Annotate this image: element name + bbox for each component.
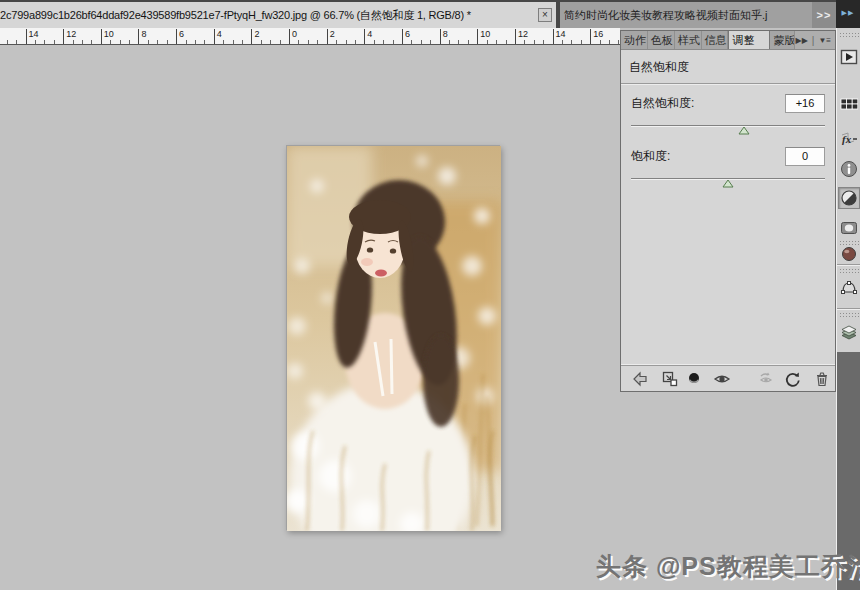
dock-grip[interactable] <box>839 312 859 317</box>
ruler-tick <box>157 40 158 44</box>
portrait-photo <box>287 146 501 531</box>
back-arrow-icon[interactable] <box>631 370 649 388</box>
tab-masks[interactable]: 蒙版 <box>770 31 795 49</box>
ruler-tick <box>7 40 8 44</box>
delete-trash-icon[interactable] <box>813 370 831 388</box>
ruler-tick <box>609 40 610 44</box>
vibrance-adjustment-body: 自然饱和度 自然饱和度: +16 饱和度: 0 <box>621 50 835 391</box>
watermark: 头条 @PS教程美工乔治 <box>596 550 860 583</box>
panel-icon-dock: fx <box>836 28 860 590</box>
photo-canvas[interactable] <box>286 145 500 530</box>
document-tab-bar: 2c799a899c1b26bf64ddaf92e439589fb9521e7-… <box>0 0 860 28</box>
ruler-tick <box>73 40 74 44</box>
ruler-tick <box>261 40 262 44</box>
ruler-tick <box>280 40 281 44</box>
saturation-value-field[interactable]: 0 <box>785 147 825 166</box>
tab-styles[interactable]: 样式 <box>675 31 702 49</box>
ruler-tick <box>364 29 365 44</box>
ruler-tick <box>91 40 92 44</box>
actions-play-icon[interactable] <box>840 48 858 66</box>
panel-menu-icon[interactable]: ▼≡ <box>818 36 831 45</box>
dock-grip[interactable] <box>839 268 859 273</box>
saturation-slider[interactable] <box>631 174 825 190</box>
document-tab-active[interactable]: 2c799a899c1b26bf64ddaf92e439589fb9521e7-… <box>0 2 556 28</box>
masks-icon[interactable] <box>840 219 858 237</box>
ruler-tick <box>289 29 290 44</box>
layer-comps-icon[interactable] <box>840 324 858 342</box>
document-tab-title-2: 简约时尚化妆美妆教程攻略视频封面知乎.j <box>564 8 768 23</box>
ruler-tick <box>204 40 205 44</box>
ruler-tick <box>82 40 83 44</box>
mesh-nodes-icon[interactable] <box>840 279 858 297</box>
tab-overflow-button[interactable]: >> <box>812 2 836 28</box>
tab-actions[interactable]: 动作 <box>621 31 648 49</box>
horizontal-ruler[interactable]: 14121086420246810121416 <box>0 28 620 45</box>
close-icon[interactable]: × <box>538 8 552 22</box>
divider: | <box>812 35 815 46</box>
ruler-tick <box>487 40 488 44</box>
ruler-tick <box>393 40 394 44</box>
ruler-tick <box>355 40 356 44</box>
vibrance-label: 自然饱和度: <box>631 95 694 112</box>
ruler-tick <box>600 40 601 44</box>
panel-collapse-icon[interactable]: ▶▶ <box>795 36 807 45</box>
collapse-panels-icon[interactable]: ▶▶ <box>836 0 860 28</box>
visibility-eye-icon[interactable] <box>713 370 731 388</box>
ruler-tick <box>251 29 252 44</box>
ruler-tick <box>101 29 102 44</box>
tab-swatches[interactable]: 色板 <box>648 31 675 49</box>
slider-groove <box>631 125 825 126</box>
dock-separator <box>837 264 860 265</box>
ruler-label: 10 <box>480 29 490 39</box>
ruler-tick <box>16 40 17 44</box>
dock-separator <box>837 308 860 309</box>
ruler-label: 8 <box>141 29 146 39</box>
adjustment-scope-icon[interactable] <box>685 370 703 388</box>
ruler-tick <box>63 29 64 44</box>
styles-fx-icon[interactable]: fx <box>840 130 858 148</box>
ruler-tick <box>477 29 478 44</box>
ruler-tick <box>374 40 375 44</box>
slider-thumb[interactable] <box>722 179 734 188</box>
ruler-tick <box>26 29 27 44</box>
ruler-tick <box>524 40 525 44</box>
ruler-tick <box>468 40 469 44</box>
document-tab-inactive[interactable]: 简约时尚化妆美妆教程攻略视频封面知乎.j <box>560 2 812 28</box>
ruler-tick <box>506 40 507 44</box>
ruler-tick <box>138 29 139 44</box>
ruler-label: 6 <box>405 29 410 39</box>
ruler-tick <box>298 40 299 44</box>
ruler-label: 10 <box>104 29 114 39</box>
tab-adjustments[interactable]: 调整 <box>728 31 770 49</box>
ruler-tick <box>186 40 187 44</box>
ruler-tick <box>421 40 422 44</box>
photoshop-window: 2c799a899c1b26bf64ddaf92e439589fb9521e7-… <box>0 0 860 590</box>
ruler-tick <box>167 40 168 44</box>
3d-sphere-icon[interactable] <box>840 245 858 263</box>
adjustments-panel: 动作 色板 样式 信息 调整 蒙版 ▶▶ | ▼≡ 自然饱和度 自然饱和度: +… <box>620 30 836 392</box>
dock-grip[interactable] <box>839 32 859 37</box>
ruler-label: 6 <box>179 29 184 39</box>
ruler-label: 4 <box>367 29 372 39</box>
clip-to-layer-icon[interactable] <box>661 370 679 388</box>
ruler-tick <box>562 40 563 44</box>
vibrance-value-field[interactable]: +16 <box>785 94 825 113</box>
panel-tab-row: 动作 色板 样式 信息 调整 蒙版 ▶▶ | ▼≡ <box>621 31 835 50</box>
swatches-icon[interactable] <box>840 95 858 113</box>
slider-thumb[interactable] <box>738 126 750 135</box>
ruler-tick <box>308 40 309 44</box>
previous-state-eye-icon <box>757 370 775 388</box>
ruler-tick <box>195 40 196 44</box>
tab-info[interactable]: 信息 <box>702 31 729 49</box>
reset-icon[interactable] <box>784 370 802 388</box>
ruler-tick <box>35 40 36 44</box>
ruler-tick <box>496 40 497 44</box>
info-icon[interactable] <box>840 160 858 178</box>
ruler-label: 12 <box>66 29 76 39</box>
adjustments-icon[interactable] <box>838 187 860 209</box>
ruler-label: 0 <box>292 29 297 39</box>
ruler-tick <box>571 40 572 44</box>
ruler-label: 4 <box>217 29 222 39</box>
vibrance-slider[interactable] <box>631 121 825 137</box>
ruler-label: 16 <box>593 29 603 39</box>
